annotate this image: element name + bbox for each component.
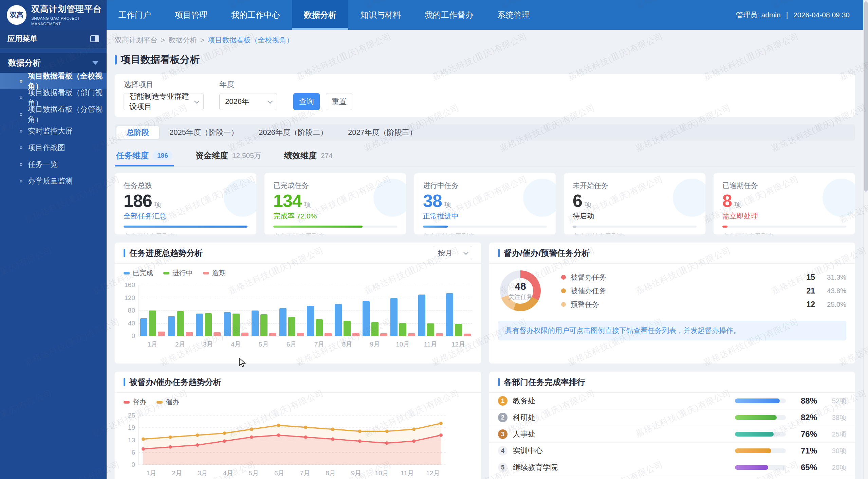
nav-item-3[interactable]: 我的工作中心 (219, 0, 292, 30)
nav-item-7[interactable]: 系统管理 (485, 0, 542, 30)
legend-item-督办[interactable]: 督办 (124, 397, 146, 407)
donut-legend-value: 15 (806, 273, 815, 282)
bar-进行中[interactable] (427, 323, 434, 336)
stage-tab-4[interactable]: 2027年度（阶段三） (338, 126, 427, 139)
donut-legend-row-1[interactable]: 被督办任务1531.3% (561, 270, 846, 284)
bar-逾期[interactable] (297, 333, 304, 336)
bar-进行中[interactable] (316, 319, 323, 336)
bar-进行中[interactable] (205, 313, 212, 336)
search-button[interactable]: 查询 (293, 93, 320, 110)
bar-逾期[interactable] (436, 333, 443, 336)
stat-card-1[interactable]: 任务总数186项全部任务汇总点击下钻查看列表 (115, 173, 256, 234)
bar-进行中[interactable] (233, 314, 240, 336)
breadcrumb-separator: > (200, 36, 204, 44)
dimension-tab-1[interactable]: 任务维度186 (115, 147, 174, 166)
stat-card-value-row: 134项 (273, 192, 397, 210)
bullet-icon (20, 113, 22, 116)
breadcrumb-item-1[interactable]: 双高计划平台 (115, 35, 158, 45)
bar-进行中[interactable] (344, 321, 351, 336)
stage-tab-3[interactable]: 2026年度（阶段二） (248, 126, 338, 139)
bar-逾期[interactable] (158, 332, 165, 336)
stage-tab-1[interactable]: 总阶段 (116, 126, 159, 139)
sidebar-item-1[interactable]: 项目数据看板（全校视角） (0, 73, 107, 89)
donut-legend-label: 被督办任务 (571, 272, 606, 282)
sidebar-collapse-icon[interactable] (90, 35, 99, 42)
project-select[interactable]: 智能制造专业群建设项目 (124, 93, 204, 110)
stage-tab-2[interactable]: 2025年度（阶段一） (159, 126, 248, 139)
dimension-tab-3[interactable]: 绩效维度274 (283, 147, 334, 166)
sidebar-item-3[interactable]: 项目数据看板（分管视角） (0, 106, 107, 123)
stat-card-note[interactable]: 待启动 (573, 211, 697, 221)
nav-item-5[interactable]: 知识与材料 (348, 0, 413, 30)
scrollbar-thumb[interactable] (864, 1, 868, 192)
legend-item-已完成[interactable]: 已完成 (124, 268, 153, 278)
donut-legend-percent: 31.3% (815, 273, 846, 281)
bar-逾期[interactable] (325, 333, 332, 336)
sidebar-item-2[interactable]: 项目数据看板（部门视角） (0, 89, 107, 106)
bar-逾期[interactable] (269, 333, 276, 336)
breadcrumb-item-3[interactable]: 项目数据看板（全校视角） (208, 35, 294, 45)
bar-已完成[interactable] (390, 298, 398, 336)
bar-已完成[interactable] (252, 311, 259, 336)
stat-card-4[interactable]: 未开始任务6项待启动点击下钻查看列表 (564, 173, 705, 234)
dimension-tab-2[interactable]: 资金维度12,505万 (194, 147, 262, 166)
breadcrumb-item-2[interactable]: 数据分析 (168, 35, 197, 45)
sidebar-group-data-analysis[interactable]: 数据分析 (0, 53, 107, 73)
nav-item-2[interactable]: 项目管理 (163, 0, 219, 30)
bar-逾期[interactable] (186, 332, 193, 336)
year-select[interactable]: 2026年 (219, 93, 277, 110)
rank-progress-track (735, 465, 786, 470)
bar-已完成[interactable] (224, 312, 231, 336)
bar-进行中[interactable] (177, 311, 184, 336)
bar-已完成[interactable] (168, 316, 175, 336)
bar-已完成[interactable] (279, 308, 287, 336)
stat-card-note[interactable]: 需立即处理 (722, 211, 846, 221)
bar-逾期[interactable] (241, 333, 248, 336)
stat-card-note[interactable]: 正常推进中 (423, 211, 547, 221)
sidebar-item-5[interactable]: 项目作战图 (0, 139, 107, 156)
legend-item-逾期[interactable]: 逾期 (203, 268, 226, 278)
bar-进行中[interactable] (288, 317, 295, 336)
bar-已完成[interactable] (418, 295, 425, 336)
stat-card-note[interactable]: 全部任务汇总 (124, 211, 247, 221)
stat-card-unit: 项 (585, 200, 591, 209)
bar-逾期[interactable] (380, 333, 387, 336)
sidebar-item-4[interactable]: 实时监控大屏 (0, 123, 107, 139)
legend-item-催办[interactable]: 催办 (156, 397, 179, 407)
y-tick-label: 19 (128, 424, 135, 431)
stat-card-5[interactable]: 已逾期任务8项需立即处理点击下钻查看列表 (714, 173, 855, 234)
bar-已完成[interactable] (363, 301, 370, 336)
legend-item-进行中[interactable]: 进行中 (163, 268, 193, 278)
nav-item-6[interactable]: 我的工作督办 (413, 0, 485, 30)
bar-逾期[interactable] (214, 332, 221, 336)
sidebar-item-label: 任务一览 (28, 159, 58, 170)
donut-legend-row-2[interactable]: 被催办任务2143.8% (561, 284, 846, 298)
stat-card-3[interactable]: 进行中任务38项正常推进中点击下钻查看列表 (414, 173, 556, 234)
bar-逾期[interactable] (464, 334, 471, 336)
nav-item-4[interactable]: 数据分析 (292, 0, 348, 30)
bar-进行中[interactable] (371, 322, 378, 336)
sidebar-menu-title: 应用菜单 (7, 34, 37, 44)
stat-card-note[interactable]: 完成率 72.0% (273, 211, 397, 221)
bar-逾期[interactable] (352, 333, 359, 336)
bar-逾期[interactable] (408, 333, 415, 336)
bar-进行中[interactable] (455, 324, 462, 336)
bar-已完成[interactable] (196, 314, 203, 336)
bar-已完成[interactable] (307, 306, 314, 336)
title-accent-bar (115, 55, 117, 65)
sidebar-item-6[interactable]: 任务一览 (0, 156, 107, 173)
period-select[interactable]: 按月 (433, 246, 472, 260)
sidebar-group-label: 数据分析 (8, 57, 41, 68)
reset-button[interactable]: 重置 (326, 93, 352, 110)
nav-item-1[interactable]: 工作门户 (107, 0, 163, 30)
bar-进行中[interactable] (260, 314, 267, 336)
bar-进行中[interactable] (399, 323, 406, 336)
sidebar-item-7[interactable]: 办学质量监测 (0, 173, 107, 189)
stat-card-2[interactable]: 已完成任务134项完成率 72.0%点击下钻查看列表 (264, 173, 406, 234)
bar-已完成[interactable] (446, 293, 453, 336)
bar-已完成[interactable] (335, 304, 342, 336)
bar-group-9月 (361, 285, 389, 336)
donut-legend-row-3[interactable]: 预警任务1225.0% (561, 298, 846, 311)
bar-已完成[interactable] (140, 318, 147, 336)
bar-进行中[interactable] (149, 311, 156, 336)
